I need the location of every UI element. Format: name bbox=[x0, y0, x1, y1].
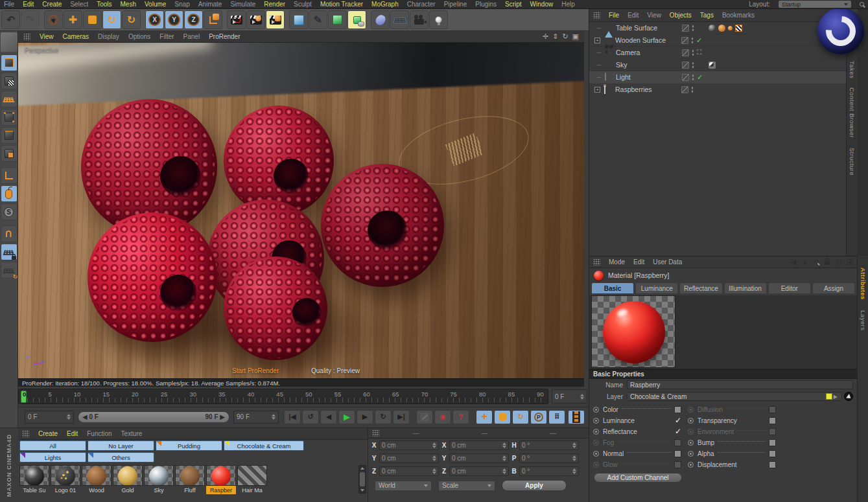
layer-tab-no-layer[interactable]: No Layer bbox=[88, 440, 154, 451]
new-panel-icon[interactable] bbox=[847, 259, 853, 265]
om-menu-edit[interactable]: Edit bbox=[628, 12, 639, 19]
record-keyframes-button[interactable]: ◉ bbox=[434, 410, 451, 424]
check-icon[interactable]: ✓ bbox=[696, 36, 702, 45]
render-settings-button[interactable] bbox=[266, 10, 285, 29]
om-menu-objects[interactable]: Objects bbox=[670, 12, 692, 19]
layout-dropdown[interactable]: Startup bbox=[779, 1, 851, 8]
attr-menu-mode[interactable]: Mode bbox=[609, 258, 625, 266]
tab-layers[interactable]: Layers bbox=[860, 310, 867, 331]
spinner-icon[interactable] bbox=[432, 442, 436, 448]
spinner-icon[interactable] bbox=[572, 442, 576, 448]
layer-toggle-icon[interactable] bbox=[681, 37, 688, 44]
layer-color-swatch[interactable] bbox=[826, 393, 832, 400]
channel-color[interactable]: Color bbox=[593, 404, 688, 415]
layer-toggle-icon[interactable] bbox=[682, 62, 689, 69]
menu-render[interactable]: Render bbox=[264, 1, 285, 8]
menu-plugins[interactable]: Plugins bbox=[475, 1, 497, 8]
channel-alpha[interactable]: Alpha bbox=[688, 448, 782, 459]
channel-checkbox[interactable] bbox=[769, 406, 776, 413]
workplane-lock-button[interactable] bbox=[1, 244, 18, 260]
previous-frame-button[interactable]: ◀ bbox=[320, 410, 337, 424]
play-reverse-button[interactable]: ↺ bbox=[302, 410, 319, 424]
live-selection-button[interactable] bbox=[44, 10, 63, 29]
search-icon[interactable] bbox=[860, 2, 864, 6]
sky-tag-icon[interactable] bbox=[709, 62, 716, 69]
preview-range-slider[interactable]: ◀ 0 F 90 F ▶ bbox=[78, 411, 229, 423]
size-z-field[interactable]: 0 cm bbox=[449, 466, 509, 476]
tab-basic[interactable]: Basic bbox=[591, 282, 634, 294]
menu-select[interactable]: Select bbox=[70, 1, 88, 8]
channel-checkbox[interactable] bbox=[674, 450, 681, 457]
timeline-ruler[interactable]: 0 5 10 15 20 25 30 35 40 45 50 55 60 65 … bbox=[18, 389, 548, 404]
point-level-animation-toggle[interactable]: ⠿ bbox=[548, 410, 565, 424]
maximize-view-icon[interactable]: ▣ bbox=[572, 32, 579, 41]
pan-view-icon[interactable]: ✛ bbox=[543, 32, 548, 41]
size-y-field[interactable]: 0 cm bbox=[449, 453, 509, 463]
rotate-button[interactable]: ↻ bbox=[102, 10, 121, 29]
channel-transparency[interactable]: Transparency bbox=[688, 415, 782, 426]
menu-tools[interactable]: Tools bbox=[97, 1, 111, 8]
spinner-icon[interactable] bbox=[432, 468, 436, 474]
viewport-solo-button[interactable] bbox=[1, 185, 18, 202]
menu-animate[interactable]: Animate bbox=[198, 1, 222, 8]
layer-toggle-icon[interactable] bbox=[682, 25, 689, 32]
add-cube-button[interactable] bbox=[289, 10, 308, 29]
spinner-icon[interactable] bbox=[502, 442, 506, 448]
spinner-icon[interactable] bbox=[502, 455, 506, 461]
coordinate-system-button[interactable] bbox=[204, 10, 222, 29]
material-menu-texture[interactable]: Texture bbox=[121, 430, 143, 437]
channel-radio-icon[interactable] bbox=[688, 440, 694, 446]
om-menu-view[interactable]: View bbox=[647, 12, 661, 19]
zoom-view-icon[interactable]: ⇕ bbox=[552, 32, 558, 41]
add-custom-channel-button[interactable]: Add Custom Channel bbox=[594, 473, 682, 483]
material-logo-01[interactable]: Logo 01 bbox=[51, 465, 80, 495]
history-up-icon[interactable]: ▲ bbox=[802, 258, 808, 266]
menu-character[interactable]: Character bbox=[407, 1, 436, 8]
menu-script[interactable]: Script bbox=[505, 1, 522, 8]
channel-checkbox[interactable] bbox=[769, 450, 776, 457]
tab-luminance[interactable]: Luminance bbox=[635, 282, 678, 294]
tab-attributes[interactable]: Attributes bbox=[860, 268, 867, 300]
visibility-dots-icon[interactable] bbox=[691, 86, 694, 93]
drag-handle-icon[interactable] bbox=[593, 12, 600, 19]
object-row-light[interactable]: ─ Light ✓ bbox=[589, 71, 846, 84]
size-x-field[interactable]: 0 cm bbox=[449, 440, 509, 450]
menu-window[interactable]: Window bbox=[530, 1, 554, 8]
texture-tag-icon[interactable] bbox=[728, 26, 733, 30]
simulation-button[interactable]: S bbox=[1, 203, 18, 220]
position-y-field[interactable]: 0 cm bbox=[379, 453, 439, 463]
channel-displacement[interactable]: Displacement bbox=[688, 459, 782, 470]
visibility-dots-icon[interactable] bbox=[692, 74, 694, 81]
channel-radio-icon[interactable] bbox=[593, 429, 599, 435]
layer-tab-chocolate-cream[interactable]: Chocolate & Cream bbox=[224, 440, 304, 451]
current-frame-field[interactable]: 0 F bbox=[552, 389, 587, 404]
goto-start-button[interactable]: |◀ bbox=[284, 410, 301, 424]
channel-diffusion[interactable]: Diffusion bbox=[688, 404, 782, 415]
tab-editor[interactable]: Editor bbox=[768, 282, 811, 294]
channel-normal[interactable]: Normal bbox=[593, 448, 688, 459]
om-menu-tags[interactable]: Tags bbox=[700, 12, 714, 19]
camera-view-label[interactable]: Perspective bbox=[25, 47, 58, 54]
rotation-h-field[interactable]: 0 ° bbox=[519, 440, 579, 450]
spinner-icon[interactable] bbox=[432, 455, 436, 461]
compositing-tag-icon[interactable] bbox=[735, 25, 742, 32]
material-sky[interactable]: Sky bbox=[144, 465, 174, 495]
channel-radio-icon[interactable] bbox=[688, 407, 694, 413]
scale-mode-dropdown[interactable]: Scale bbox=[438, 481, 495, 491]
tab-structure[interactable]: Structure bbox=[849, 148, 856, 176]
snap-button[interactable]: U bbox=[1, 225, 18, 242]
viewport-menu-cameras[interactable]: Cameras bbox=[63, 33, 89, 40]
drag-handle-icon[interactable] bbox=[372, 429, 379, 437]
channel-checkbox[interactable] bbox=[769, 417, 776, 424]
material-menu-create[interactable]: Create bbox=[38, 430, 58, 437]
workplane-mode-button[interactable] bbox=[1, 91, 18, 108]
channel-luminance[interactable]: Luminance bbox=[593, 415, 688, 426]
channel-checkbox[interactable] bbox=[674, 417, 681, 424]
scale-key-toggle[interactable] bbox=[494, 410, 511, 424]
autokeying-button[interactable]: ? bbox=[452, 410, 469, 424]
visibility-dots-icon[interactable] bbox=[692, 62, 694, 69]
layer-tab-lights[interactable]: Lights bbox=[19, 452, 86, 462]
move-button[interactable]: ✚ bbox=[64, 10, 82, 29]
expand-icon[interactable]: + bbox=[594, 38, 600, 43]
edges-mode-button[interactable] bbox=[1, 127, 18, 144]
